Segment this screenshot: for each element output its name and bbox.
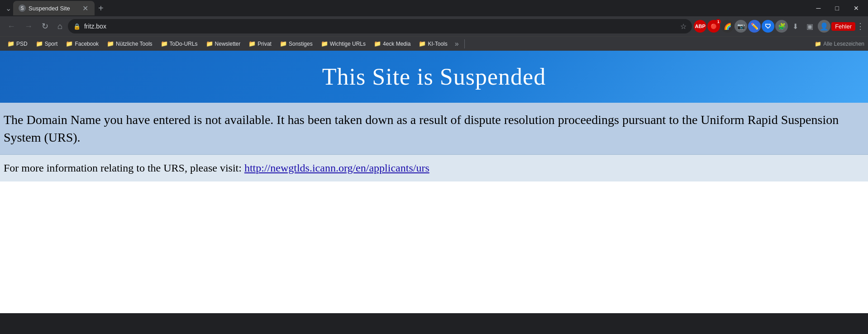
bookmark-todo-urls[interactable]: 📁 ToDo-URLs [157, 39, 201, 48]
title-bar-right: ─ □ ✕ [811, 3, 864, 14]
folder-icon: 📁 [206, 40, 213, 47]
profile-avatar[interactable]: 👤 [818, 20, 830, 33]
bookmarks-bar: 📁 PSD 📁 Sport 📁 Facebook 📁 Nützliche Too… [0, 36, 868, 51]
camera-extension-icon[interactable]: 📷 [734, 20, 747, 33]
bookmark-sport[interactable]: 📁 Sport [32, 39, 62, 48]
url-text: fritz.box [84, 23, 677, 30]
navigation-bar: ← → ↻ ⌂ 🔒 fritz.box ☆ ABP 🔴 1 🌈 📷 ✏️ 🛡 🧩… [0, 16, 868, 36]
home-button[interactable]: ⌂ [54, 19, 66, 34]
bookmark-ki-tools[interactable]: 📁 KI-Tools [415, 39, 451, 48]
back-button[interactable]: ← [4, 19, 19, 34]
alle-lesezeichen[interactable]: 📁 Alle Lesezeichen [815, 41, 864, 47]
folder-icon: 📁 [321, 40, 328, 47]
edit-extension-icon[interactable]: ✏️ [748, 20, 761, 33]
browser-menu-button[interactable]: ⋮ [856, 21, 864, 31]
bookmark-star-icon[interactable]: ☆ [680, 22, 687, 31]
nav-right-icons: ABP 🔴 1 🌈 📷 ✏️ 🛡 🧩 ⬇ ▣ 👤 Fehler ⋮ [694, 19, 864, 33]
page-content: This Site is Suspended The Domain Name y… [0, 51, 868, 313]
urs-link[interactable]: http://newgtlds.icann.org/en/applicants/… [244, 162, 429, 174]
avatar-icon: 👤 [820, 22, 829, 31]
tab-title: Suspended Site [29, 5, 79, 12]
fehler-button[interactable]: Fehler [831, 22, 855, 31]
title-bar-left: ⌄ S Suspended Site ✕ + [4, 0, 107, 16]
extension-red-icon[interactable]: 🔴 1 [707, 20, 720, 33]
more-bookmarks-button[interactable]: » [452, 40, 462, 48]
maximize-button[interactable]: □ [830, 3, 844, 14]
bookmark-nutzliche-tools[interactable]: 📁 Nützliche Tools [103, 39, 156, 48]
forward-button[interactable]: → [21, 19, 36, 34]
tab-strip: ⌄ S Suspended Site ✕ + [4, 0, 107, 16]
folder-icon: 📁 [248, 40, 256, 47]
folder-icon: 📁 [374, 40, 381, 47]
active-tab[interactable]: S Suspended Site ✕ [13, 1, 95, 15]
tab-favicon: S [19, 5, 26, 12]
folder-icon: 📁 [161, 40, 168, 47]
domain-notice-text: The Domain Name you have entered is not … [4, 113, 839, 144]
bookmark-label: PSD [16, 41, 28, 47]
alle-lesezeichen-label: Alle Lesezeichen [823, 41, 864, 47]
bookmarks-divider [464, 39, 465, 48]
reload-button[interactable]: ↻ [38, 19, 52, 34]
bookmark-wichtige-urls[interactable]: 📁 Wichtige URLs [317, 39, 369, 48]
folder-icon: 📁 [66, 40, 73, 47]
security-icon: 🔒 [73, 23, 81, 30]
domain-notice: The Domain Name you have entered is not … [0, 103, 868, 155]
suspended-title: This Site is Suspended [9, 63, 859, 90]
folder-icon: 📁 [419, 40, 426, 47]
bookmark-label: Sonstiges [289, 41, 313, 47]
new-tab-button[interactable]: + [95, 3, 107, 14]
bookmark-label: Newsletter [215, 41, 241, 47]
folder-icon: 📁 [815, 41, 821, 47]
title-bar: ⌄ S Suspended Site ✕ + ─ □ ✕ [0, 0, 868, 16]
folder-icon: 📁 [7, 40, 14, 47]
tab-close-button[interactable]: ✕ [81, 3, 89, 14]
bookmark-privat[interactable]: 📁 Privat [245, 39, 275, 48]
download-button[interactable]: ⬇ [789, 19, 802, 33]
bookmark-label: Facebook [75, 41, 99, 47]
bookmark-sonstiges[interactable]: 📁 Sonstiges [276, 39, 316, 48]
bookmark-label: KI-Tools [428, 41, 447, 47]
minimize-button[interactable]: ─ [811, 3, 826, 14]
address-bar[interactable]: 🔒 fritz.box ☆ [68, 19, 692, 33]
suspended-header: This Site is Suspended [0, 51, 868, 103]
adblock-plus-icon[interactable]: ABP [694, 20, 706, 33]
sidebar-toggle-button[interactable]: ▣ [803, 19, 817, 33]
bookmark-label: Privat [258, 41, 272, 47]
bookmark-label: Nützliche Tools [116, 41, 152, 47]
folder-icon: 📁 [36, 40, 43, 47]
folder-icon: 📁 [280, 40, 287, 47]
bookmark-facebook[interactable]: 📁 Facebook [62, 39, 102, 48]
close-button[interactable]: ✕ [848, 3, 864, 14]
bookmark-label: Wichtige URLs [330, 41, 366, 47]
more-info-section: For more information relating to the URS… [0, 155, 868, 181]
bookmark-newsletter[interactable]: 📁 Newsletter [202, 39, 244, 48]
shield-extension-icon[interactable]: 🛡 [762, 20, 774, 33]
bookmark-4eck-media[interactable]: 📁 4eck Media [370, 39, 414, 48]
bookmark-label: ToDo-URLs [170, 41, 198, 47]
more-info-prefix: For more information relating to the URS… [4, 162, 244, 174]
bookmark-label: 4eck Media [383, 41, 410, 47]
arc-extension-icon[interactable]: 🌈 [721, 20, 734, 33]
folder-icon: 📁 [107, 40, 114, 47]
bookmark-label: Sport [45, 41, 58, 47]
extensions-puzzle-icon[interactable]: 🧩 [775, 20, 788, 33]
bookmark-psd[interactable]: 📁 PSD [4, 39, 31, 48]
tab-history-btn[interactable]: ⌄ [4, 4, 13, 13]
